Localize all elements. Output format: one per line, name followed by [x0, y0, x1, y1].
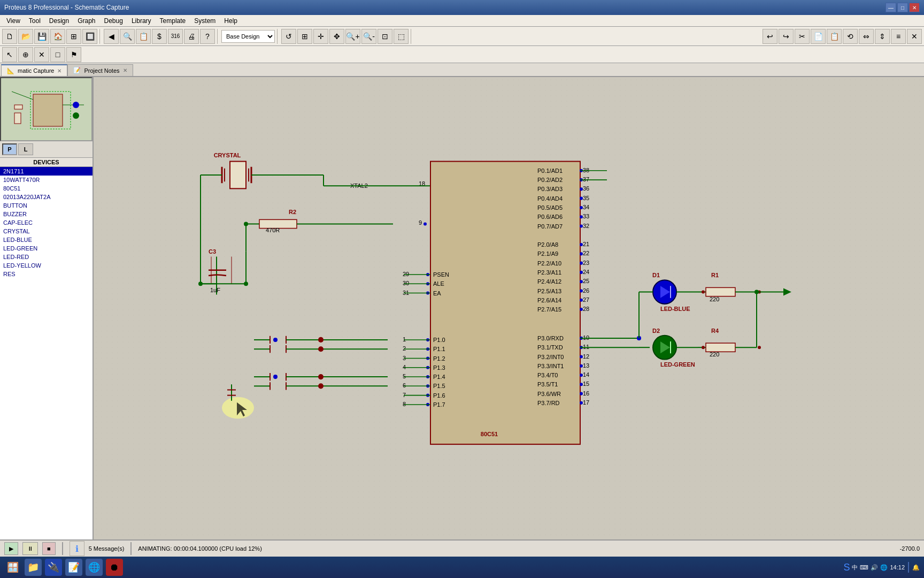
print-button[interactable]: 🖨 [184, 29, 199, 44]
statusbar: ▶ ⏸ ■ ℹ 5 Message(s) ANIMATING: 00:00:04… [0, 539, 924, 557]
help-button[interactable]: ? [200, 29, 215, 44]
prev-button[interactable]: ◀ [104, 29, 119, 44]
currency-button[interactable]: $ [152, 29, 167, 44]
device-10watt470r[interactable]: 10WATT470R [0, 176, 93, 184]
svg-text:LED-BLUE: LED-BLUE [660, 306, 690, 312]
tabbar: 📐 matic Capture ✕ 📝 Project Notes ✕ [0, 63, 924, 77]
delete-button[interactable]: ✕ [907, 29, 922, 44]
device-led-blue[interactable]: LED-BLUE [0, 235, 93, 244]
tab-schematic-close[interactable]: ✕ [57, 68, 61, 74]
cut-button[interactable]: ✂ [795, 29, 810, 44]
paste-button[interactable]: 📋 [827, 29, 842, 44]
tab-notes-close[interactable]: ✕ [123, 67, 127, 73]
tray-s-icon: S [843, 562, 850, 573]
rotate-button[interactable]: ⟲ [843, 29, 858, 44]
maximize-button[interactable]: □ [897, 3, 908, 12]
save-button[interactable]: 💾 [34, 29, 49, 44]
svg-text:P0.2/AD2: P0.2/AD2 [537, 177, 563, 183]
box-button[interactable]: □ [50, 47, 65, 62]
menu-debug[interactable]: Debug [100, 16, 127, 26]
svg-text:R2: R2 [289, 209, 296, 215]
schematic-area[interactable]: CRYSTAL XTAL2 18 R2 470R 9 RST [94, 77, 924, 539]
align-button[interactable]: ≡ [891, 29, 906, 44]
device-led-red[interactable]: LED-RED [0, 253, 93, 261]
new-button[interactable]: 🗋 [2, 29, 17, 44]
svg-text:30: 30 [403, 280, 409, 286]
svg-text:35: 35 [583, 195, 589, 201]
add-comp-button[interactable]: ⊕ [18, 47, 33, 62]
taskbar-recording[interactable]: ⏺ [106, 559, 123, 576]
pointer-button[interactable]: ↖ [2, 47, 17, 62]
zoom-out-button[interactable]: 🔍- [361, 29, 376, 44]
mirror-v-button[interactable]: ⇕ [875, 29, 890, 44]
svg-text:P1.6: P1.6 [433, 392, 445, 399]
device-2n1711[interactable]: 2N1711 [0, 167, 93, 176]
device-crystal[interactable]: CRYSTAL [0, 227, 93, 235]
open-button[interactable]: 📂 [18, 29, 33, 44]
stop-button[interactable]: ■ [42, 542, 56, 555]
zoom-area-button[interactable]: ⬚ [394, 29, 409, 44]
capture-button[interactable]: ⊞ [66, 29, 81, 44]
copy-button[interactable]: 📋 [136, 29, 151, 44]
mode-l-button[interactable]: L [18, 143, 33, 155]
tab-notes[interactable]: 📝 Project Notes ✕ [67, 64, 133, 76]
device-button[interactable]: BUTTON [0, 201, 93, 210]
zoom-in-button[interactable]: 🔍+ [345, 29, 360, 44]
device-res[interactable]: RES [0, 270, 93, 278]
svg-text:6: 6 [403, 382, 406, 389]
mode-p-button[interactable]: P [2, 143, 17, 155]
device-cap-elec[interactable]: CAP-ELEC [0, 218, 93, 227]
device-buzzer[interactable]: BUZZER [0, 210, 93, 218]
menu-view[interactable]: View [2, 16, 25, 26]
menu-library[interactable]: Library [127, 16, 156, 26]
minimize-button[interactable]: — [886, 3, 896, 12]
pause-button[interactable]: ⏸ [22, 542, 38, 555]
start-button[interactable]: 🪟 [4, 559, 21, 576]
tab-schematic[interactable]: 📐 matic Capture ✕ [1, 64, 67, 76]
close-button[interactable]: ✕ [909, 3, 920, 12]
svg-text:12: 12 [583, 353, 589, 359]
taskbar-browser[interactable]: 🌐 [86, 559, 103, 576]
tray-notification[interactable]: 🔔 [912, 564, 920, 571]
play-button[interactable]: ▶ [4, 542, 18, 555]
redo-button[interactable]: ↪ [779, 29, 794, 44]
taskbar-proteus[interactable]: 🔌 [45, 559, 62, 576]
svg-text:P3.3/INT1: P3.3/INT1 [537, 363, 564, 369]
taskbar: 🪟 📁 🔌 📝 🌐 ⏺ S 中 ⌨ 🔊 🌐 14:12 🔔 [0, 557, 924, 578]
search-button[interactable]: 🔍 [120, 29, 135, 44]
svg-point-121 [580, 252, 583, 255]
svg-text:5: 5 [403, 373, 406, 379]
menu-system[interactable]: System [190, 16, 220, 26]
device-led-yellow[interactable]: LED-YELLOW [0, 261, 93, 270]
crosshair-button[interactable]: ✛ [313, 29, 328, 44]
flag-button[interactable]: ⚑ [66, 47, 81, 62]
hex-button[interactable]: 316 [168, 29, 183, 44]
coordinates: -2700.0 [900, 545, 920, 552]
menu-help[interactable]: Help [220, 16, 242, 26]
svg-rect-195 [706, 287, 735, 296]
device-02013a[interactable]: 02013A220JAT2A [0, 193, 93, 201]
svg-text:29: 29 [403, 271, 409, 277]
pan-button[interactable]: ✥ [329, 29, 344, 44]
copy2-button[interactable]: 📄 [811, 29, 826, 44]
undo-button[interactable]: ↩ [763, 29, 777, 44]
home-button[interactable]: 🏠 [50, 29, 65, 44]
menu-tool[interactable]: Tool [25, 16, 45, 26]
svg-point-215 [702, 346, 705, 349]
taskbar-file-explorer[interactable]: 📁 [25, 559, 42, 576]
cross-button[interactable]: ✕ [34, 47, 49, 62]
info-icon: ℹ [70, 541, 84, 556]
refresh-button[interactable]: ↺ [281, 29, 296, 44]
taskbar-editor[interactable]: 📝 [65, 559, 82, 576]
device-80c51[interactable]: 80C51 [0, 184, 93, 193]
grid-button[interactable]: ⊞ [297, 29, 312, 44]
devices-label: DEVICES [0, 158, 93, 167]
device-led-green[interactable]: LED-GREEN [0, 244, 93, 253]
part-button[interactable]: 🔲 [82, 29, 97, 44]
menu-template[interactable]: Template [156, 16, 190, 26]
mirror-h-button[interactable]: ⇔ [859, 29, 874, 44]
menu-graph[interactable]: Graph [73, 16, 99, 26]
zoom-fit-button[interactable]: ⊡ [378, 29, 392, 44]
menu-design[interactable]: Design [45, 16, 73, 26]
design-dropdown[interactable]: Base Design [221, 30, 275, 43]
